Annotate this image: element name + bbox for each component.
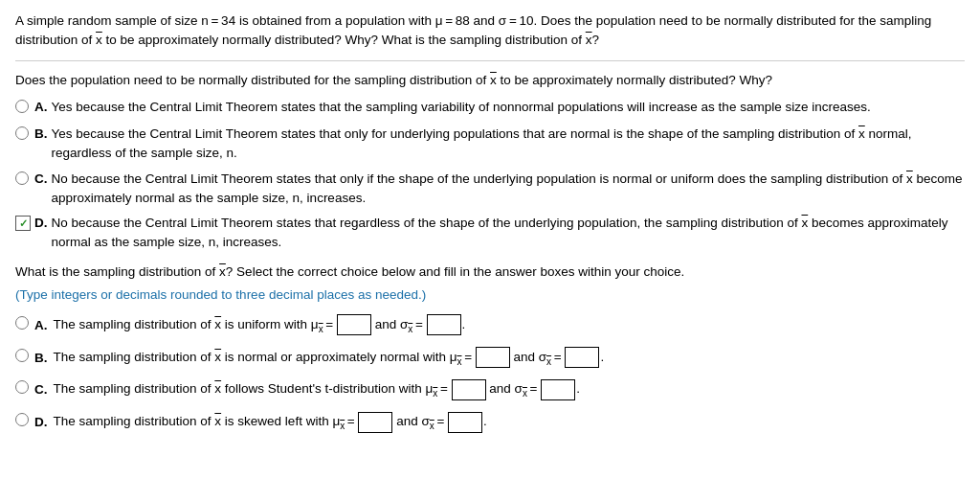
- part2-C-input2[interactable]: [541, 379, 575, 400]
- part2-label-C: C.: [34, 379, 48, 400]
- part2-hint: (Type integers or decimals rounded to th…: [15, 285, 965, 305]
- part1-label-B: B.: [34, 125, 48, 144]
- part1-label-A: A.: [34, 98, 48, 117]
- part2-option-A: A. The sampling distribution of x is uni…: [15, 314, 965, 337]
- part2-option-D: D. The sampling distribution of x is ske…: [15, 411, 965, 434]
- part1-text-D: No because the Central Limit Theorem sta…: [52, 214, 966, 253]
- part2-radio-D[interactable]: [15, 412, 29, 433]
- part1-radio-B[interactable]: [15, 126, 29, 146]
- part2-prompt: What is the sampling distribution of x? …: [15, 262, 965, 282]
- part2-options-list: A. The sampling distribution of x is uni…: [15, 314, 965, 434]
- part2-A-input2[interactable]: [427, 314, 461, 335]
- part2-label-D: D.: [34, 412, 48, 433]
- part1-options: A. Yes because the Central Limit Theorem…: [15, 98, 965, 253]
- part1-text-B: Yes because the Central Limit Theorem st…: [52, 125, 966, 164]
- part2-text-C: The sampling distribution of x follows S…: [54, 378, 580, 401]
- part2-option-C: C. The sampling distribution of x follow…: [15, 378, 965, 401]
- part1-option-C: C. No because the Central Limit Theorem …: [15, 170, 965, 209]
- part1-label-D: D.: [34, 214, 48, 233]
- part2-D-input2[interactable]: [448, 412, 482, 433]
- part2-B-input1[interactable]: [476, 347, 510, 368]
- part2-option-B: B. The sampling distribution of x is nor…: [15, 347, 965, 370]
- part2-radio-C[interactable]: [15, 379, 29, 400]
- part1-radio-C[interactable]: [15, 171, 29, 191]
- part2-section: What is the sampling distribution of x? …: [15, 262, 965, 434]
- part1-radio-A[interactable]: [15, 100, 29, 119]
- part2-text-D: The sampling distribution of x is skewed…: [54, 411, 487, 434]
- part2-text-A: The sampling distribution of x is unifor…: [54, 314, 466, 337]
- part1-text-C: No because the Central Limit Theorem sta…: [52, 170, 966, 209]
- part2-C-input1[interactable]: [452, 379, 486, 400]
- part1-label-C: C.: [34, 170, 48, 189]
- part2-D-input1[interactable]: [358, 412, 392, 433]
- part1-prompt: Does the population need to be normally …: [15, 71, 965, 90]
- main-question-text: A simple random sample of size n = 34 is…: [15, 11, 965, 51]
- main-question-block: A simple random sample of size n = 34 is…: [15, 11, 965, 61]
- part2-A-input1[interactable]: [337, 314, 371, 335]
- part1-checkbox-D[interactable]: [15, 216, 31, 231]
- part1-option-B: B. Yes because the Central Limit Theorem…: [15, 125, 965, 164]
- part1-prompt-block: Does the population need to be normally …: [15, 71, 965, 90]
- part2-text-B: The sampling distribution of x is normal…: [54, 347, 605, 370]
- part2-radio-A[interactable]: [15, 315, 29, 336]
- part1-option-D: D. No because the Central Limit Theorem …: [15, 214, 965, 253]
- part2-label-B: B.: [34, 348, 48, 369]
- part1-text-A: Yes because the Central Limit Theorem st…: [52, 98, 871, 117]
- part2-label-A: A.: [34, 315, 48, 336]
- checkmark-icon: [15, 216, 31, 231]
- part2-radio-B[interactable]: [15, 348, 29, 369]
- part1-option-A: A. Yes because the Central Limit Theorem…: [15, 98, 965, 119]
- part2-B-input2[interactable]: [565, 347, 599, 368]
